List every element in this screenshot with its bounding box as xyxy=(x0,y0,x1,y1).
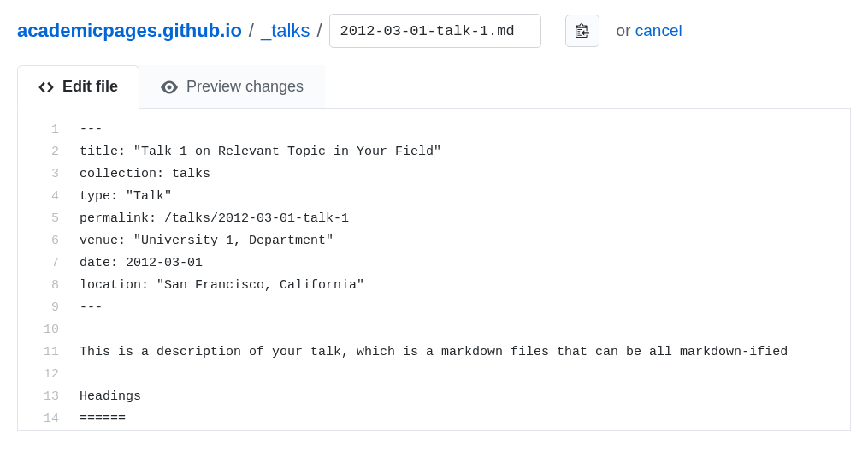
line-number: 5 xyxy=(18,208,80,230)
line-content xyxy=(80,364,850,386)
clipboard-icon xyxy=(576,22,589,40)
line-number: 4 xyxy=(18,186,80,208)
line-number: 3 xyxy=(18,163,80,186)
eye-icon xyxy=(161,79,178,96)
breadcrumb-separator: / xyxy=(249,20,254,42)
line-content: ====== xyxy=(80,408,850,430)
line-content: Headings xyxy=(80,386,850,408)
code-line[interactable]: 14====== xyxy=(18,408,850,430)
line-number: 1 xyxy=(18,119,80,141)
folder-link[interactable]: _talks xyxy=(261,20,310,42)
code-line[interactable]: 3collection: talks xyxy=(18,163,850,186)
line-number: 11 xyxy=(18,341,80,364)
cancel-link[interactable]: cancel xyxy=(635,21,682,39)
breadcrumb: academicpages.github.io / _talks / or ca… xyxy=(17,14,851,48)
code-line[interactable]: 1--- xyxy=(18,119,850,141)
line-content: --- xyxy=(80,119,850,141)
filename-input[interactable] xyxy=(329,14,541,48)
copy-path-button[interactable] xyxy=(565,15,599,47)
line-number: 8 xyxy=(18,275,80,297)
line-content: This is a description of your talk, whic… xyxy=(80,341,850,364)
line-content: title: "Talk 1 on Relevant Topic in Your… xyxy=(80,141,850,163)
code-line[interactable]: 9--- xyxy=(18,297,850,319)
code-line[interactable]: 12 xyxy=(18,364,850,386)
tab-edit-file[interactable]: Edit file xyxy=(17,65,139,109)
line-number: 14 xyxy=(18,408,80,430)
tab-edit-label: Edit file xyxy=(62,78,118,96)
line-content: date: 2012-03-01 xyxy=(80,252,850,275)
repo-link[interactable]: academicpages.github.io xyxy=(17,20,242,42)
tab-preview-changes[interactable]: Preview changes xyxy=(139,65,325,108)
line-content: location: "San Francisco, California" xyxy=(80,275,850,297)
code-line[interactable]: 11This is a description of your talk, wh… xyxy=(18,341,850,364)
line-number: 6 xyxy=(18,230,80,252)
or-cancel-text: or cancel xyxy=(617,21,682,40)
line-content xyxy=(80,319,850,341)
line-number: 9 xyxy=(18,297,80,319)
code-editor[interactable]: 1---2title: "Talk 1 on Relevant Topic in… xyxy=(17,109,851,431)
code-line[interactable]: 4type: "Talk" xyxy=(18,186,850,208)
code-line[interactable]: 13Headings xyxy=(18,386,850,408)
code-line[interactable]: 6venue: "University 1, Department" xyxy=(18,230,850,252)
tabnav: Edit file Preview changes xyxy=(17,65,851,109)
breadcrumb-separator: / xyxy=(316,20,322,42)
line-number: 12 xyxy=(18,364,80,386)
line-number: 2 xyxy=(18,141,80,163)
line-number: 13 xyxy=(18,386,80,408)
line-number: 7 xyxy=(18,252,80,275)
line-content: --- xyxy=(80,297,850,319)
line-content: venue: "University 1, Department" xyxy=(80,230,850,252)
code-line[interactable]: 2title: "Talk 1 on Relevant Topic in You… xyxy=(18,141,850,163)
tab-preview-label: Preview changes xyxy=(186,78,304,96)
line-number: 10 xyxy=(18,319,80,341)
code-line[interactable]: 5permalink: /talks/2012-03-01-talk-1 xyxy=(18,208,850,230)
line-content: collection: talks xyxy=(80,163,850,186)
code-line[interactable]: 8location: "San Francisco, California" xyxy=(18,275,850,297)
line-content: type: "Talk" xyxy=(80,186,850,208)
code-icon xyxy=(38,79,54,96)
line-content: permalink: /talks/2012-03-01-talk-1 xyxy=(80,208,850,230)
code-line[interactable]: 10 xyxy=(18,319,850,341)
code-line[interactable]: 7date: 2012-03-01 xyxy=(18,252,850,275)
